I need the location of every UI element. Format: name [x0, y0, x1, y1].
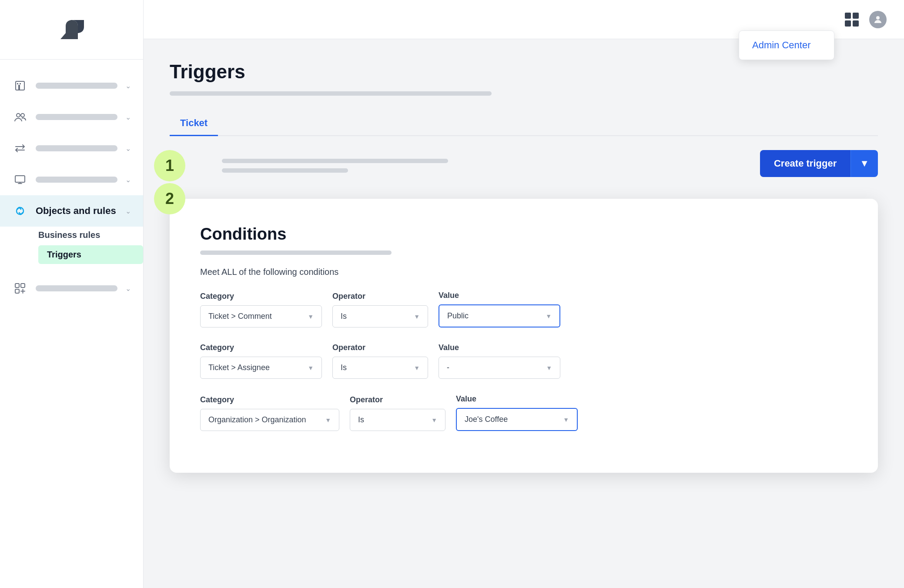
operator-select-3[interactable]: Is ▼ — [350, 409, 445, 431]
admin-center-item[interactable]: Admin Center — [739, 31, 834, 60]
condition-row-1: Category Ticket > Comment ▼ Operator Is … — [200, 291, 847, 327]
create-trigger-dropdown-button[interactable]: ▼ — [850, 150, 878, 177]
people-icon — [12, 109, 28, 125]
category-select-1[interactable]: Ticket > Comment ▼ — [200, 305, 322, 327]
conditions-subbar — [200, 251, 392, 255]
chevron-down-icon: ⌄ — [125, 144, 131, 153]
sub-nav-section-label: Business rules — [38, 227, 143, 245]
operator-select-1[interactable]: Is ▼ — [332, 305, 428, 327]
chevron-down-icon: ▼ — [325, 417, 331, 424]
user-profile-button[interactable] — [869, 11, 887, 28]
page-title: Triggers — [170, 61, 878, 83]
svg-rect-9 — [15, 289, 19, 293]
condition-1-operator-field: Operator Is ▼ — [332, 292, 428, 327]
sub-navigation: Business rules Triggers — [0, 227, 143, 269]
create-trigger-button[interactable]: Create trigger — [760, 150, 850, 177]
apps-grid-button[interactable] — [845, 13, 859, 27]
sidebar-item-monitor[interactable]: ⌄ — [0, 164, 143, 195]
value-select-2[interactable]: - ▼ — [439, 357, 560, 379]
value-label-2: Value — [439, 343, 560, 352]
zendesk-logo-icon — [56, 14, 87, 45]
chevron-down-icon: ▼ — [414, 313, 420, 320]
objects-rules-icon — [12, 203, 28, 219]
condition-row-2: Category Ticket > Assignee ▼ Operator Is… — [200, 343, 847, 379]
conditions-section: 2 Conditions Meet ALL of the following c… — [170, 199, 878, 473]
topbar-icons — [845, 11, 887, 28]
title-loading-bar — [170, 91, 492, 96]
condition-2-operator-field: Operator Is ▼ — [332, 343, 428, 379]
grid-cell — [853, 20, 859, 27]
chevron-down-icon: ⌄ — [125, 176, 131, 184]
conditions-card: Conditions Meet ALL of the following con… — [170, 199, 878, 473]
svg-point-4 — [17, 114, 20, 117]
content-area: Triggers Ticket 1 Create trigger ▼ — [144, 39, 904, 588]
category-label-3: Category — [200, 395, 339, 404]
condition-1-value-field: Value Public ▼ — [439, 291, 560, 327]
nav-label-bar — [36, 285, 117, 291]
category-select-2[interactable]: Ticket > Assignee ▼ — [200, 357, 322, 379]
condition-2-category-field: Category Ticket > Assignee ▼ — [200, 343, 322, 379]
meet-all-label: Meet ALL of the following conditions — [200, 267, 847, 277]
condition-row-3: Category Organization > Organization ▼ O… — [200, 394, 847, 431]
trigger-controls-row: 1 Create trigger ▼ — [170, 150, 878, 181]
channels-icon — [12, 140, 28, 156]
step-2-badge: 2 — [154, 183, 185, 214]
category-label-2: Category — [200, 343, 322, 352]
chevron-down-icon: ⌄ — [125, 207, 131, 215]
sidebar-item-workspace[interactable]: ⌄ — [0, 70, 143, 101]
sidebar: ⌄ ⌄ ⌄ — [0, 0, 144, 588]
sidebar-navigation: ⌄ ⌄ ⌄ — [0, 60, 143, 588]
operator-label-1: Operator — [332, 292, 428, 301]
category-select-3[interactable]: Organization > Organization ▼ — [200, 409, 339, 431]
conditions-title: Conditions — [200, 225, 847, 244]
chevron-down-icon: ⌄ — [125, 284, 131, 293]
create-trigger-area: Create trigger ▼ — [760, 150, 878, 177]
trigger-list-bar-2 — [222, 168, 348, 173]
chevron-down-icon: ▼ — [431, 417, 437, 424]
nav-label-bar — [36, 145, 117, 151]
category-label-1: Category — [200, 292, 322, 301]
tabs-bar: Ticket — [170, 111, 878, 136]
svg-rect-1 — [18, 85, 20, 90]
apps-icon — [12, 281, 28, 296]
sidebar-item-people[interactable]: ⌄ — [0, 101, 143, 133]
value-select-3[interactable]: Joe's Coffee ▼ — [456, 408, 578, 431]
svg-point-10 — [876, 16, 880, 20]
grid-cell — [845, 13, 851, 19]
sidebar-item-triggers[interactable]: Triggers — [38, 245, 143, 264]
grid-cell — [853, 13, 859, 19]
svg-rect-3 — [20, 83, 21, 84]
condition-1-category-field: Category Ticket > Comment ▼ — [200, 292, 322, 327]
tab-ticket[interactable]: Ticket — [170, 111, 218, 136]
operator-select-2[interactable]: Is ▼ — [332, 357, 428, 379]
value-label-3: Value — [456, 394, 578, 404]
nav-label-bar — [36, 83, 117, 89]
step-1-badge: 1 — [154, 150, 185, 181]
value-select-1[interactable]: Public ▼ — [439, 304, 560, 327]
monitor-icon — [12, 172, 28, 187]
sidebar-item-apps[interactable]: ⌄ — [0, 273, 143, 304]
chevron-down-icon: ▼ — [546, 313, 552, 320]
chevron-down-icon: ▼ — [563, 416, 569, 423]
operator-label-3: Operator — [350, 395, 445, 404]
chevron-down-icon: ▼ — [414, 364, 420, 371]
svg-rect-8 — [21, 284, 25, 287]
svg-rect-7 — [15, 284, 19, 287]
condition-3-operator-field: Operator Is ▼ — [350, 395, 445, 431]
trigger-list-bar-1 — [222, 159, 448, 163]
sidebar-item-channels[interactable]: ⌄ — [0, 133, 143, 164]
sidebar-item-label: Objects and rules — [36, 205, 116, 217]
chevron-down-icon: ▼ — [308, 364, 314, 371]
condition-2-value-field: Value - ▼ — [439, 343, 560, 379]
operator-label-2: Operator — [332, 343, 428, 352]
chevron-down-icon: ⌄ — [125, 82, 131, 90]
nav-label-bar — [36, 114, 117, 120]
chevron-down-icon: ⌄ — [125, 113, 131, 121]
svg-rect-2 — [17, 83, 18, 84]
sidebar-item-objects-and-rules[interactable]: Objects and rules ⌄ — [0, 195, 143, 227]
condition-3-value-field: Value Joe's Coffee ▼ — [456, 394, 578, 431]
chevron-down-icon: ▼ — [308, 313, 314, 320]
nav-label-bar — [36, 177, 117, 183]
main-wrapper: Admin Center Triggers Ticket 1 Create tr… — [144, 0, 904, 588]
svg-rect-6 — [15, 176, 25, 182]
